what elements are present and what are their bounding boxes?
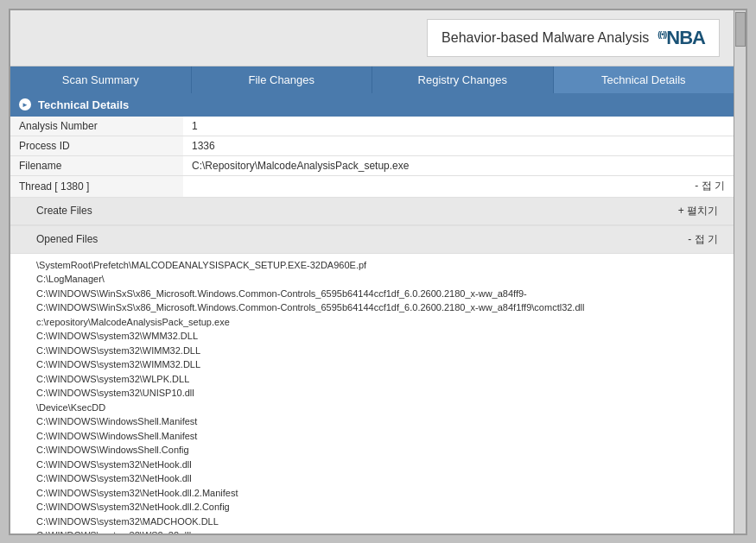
brand-box: Behavior-based Malware Analysis ((•))NBA — [427, 19, 720, 57]
main-window: Behavior-based Malware Analysis ((•))NBA… — [9, 9, 747, 535]
list-item: C:\WINDOWS\system32\UNISP10.dll — [36, 386, 725, 401]
list-item: C:\WINDOWS\WindowsShell.Manifest — [36, 429, 725, 444]
list-item: C:\WINDOWS\WindowsShell.Manifest — [36, 414, 725, 429]
tab-technical-details[interactable]: Technical Details — [554, 66, 734, 93]
list-item: C:\WINDOWS\system32\NetHook.dll — [36, 471, 725, 486]
list-item: C:\WINDOWS\system32\WS2_32.dll — [36, 528, 725, 534]
scrollbar-thumb[interactable] — [735, 12, 746, 47]
brand-title: Behavior-based Malware Analysis — [442, 30, 649, 46]
list-item: C:\WINDOWS\WinSxS\x86_Microsoft.Windows.… — [36, 287, 725, 301]
row-label: Filename — [10, 155, 183, 175]
row-label: Analysis Number — [10, 117, 183, 136]
list-item: C:\WINDOWS\system32\NetHook.dll.2.Config — [36, 500, 725, 515]
list-item: C:\WINDOWS\WinSxS\x86_Microsoft.Windows.… — [36, 300, 725, 315]
header: Behavior-based Malware Analysis ((•))NBA — [10, 10, 746, 66]
tab-scan-summary[interactable]: Scan Summary — [10, 66, 192, 93]
brand-logo: ((•))NBA — [658, 27, 705, 49]
create-files-title: Create Files — [36, 205, 671, 217]
row-value: C:\Repository\MalcodeAnalysisPack_setup.… — [183, 155, 734, 175]
tab-registry-changes[interactable]: Registry Changes — [372, 66, 554, 93]
create-files-section: Create Files + 펼치기 — [10, 198, 734, 226]
row-value: 1336 — [183, 136, 734, 155]
create-files-btn[interactable]: + 펼치기 — [671, 202, 725, 220]
opened-files-btn[interactable]: - 접 기 — [681, 230, 725, 249]
opened-files-header: Opened Files - 접 기 — [10, 226, 734, 254]
opened-files-section: Opened Files - 접 기 \SystemRoot\Prefetch\… — [10, 226, 734, 534]
list-item: C:\WINDOWS\system32\WIMM32.DLL — [36, 357, 725, 372]
list-item: C:\WINDOWS\system32\NetHook.dll — [36, 458, 725, 472]
section-title: Technical Details — [38, 98, 129, 111]
play-icon: ► — [19, 98, 31, 110]
list-item: c:\repository\MalcodeAnalysisPack_setup.… — [36, 315, 725, 330]
nav-tabs: Scan Summary File Changes Registry Chang… — [10, 66, 734, 93]
create-files-header: Create Files + 펼치기 — [10, 198, 734, 225]
table-row: Analysis Number 1 — [10, 117, 734, 136]
list-item: C:\LogManager\ — [36, 272, 725, 287]
list-item: \SystemRoot\Prefetch\MALCODEANALYSISPACK… — [36, 258, 725, 273]
file-list: \SystemRoot\Prefetch\MALCODEANALYSISPACK… — [10, 254, 734, 534]
row-label: Process ID — [10, 136, 183, 155]
table-row: Process ID 1336 — [10, 136, 734, 155]
section-header: ► Technical Details — [10, 93, 734, 117]
thread-label: Thread [ 1380 ] — [10, 176, 183, 197]
list-item: C:\WINDOWS\system32\NetHook.dll.2.Manife… — [36, 486, 725, 501]
list-item: C:\WINDOWS\system32\WMM32.DLL — [36, 329, 725, 344]
opened-files-title: Opened Files — [36, 233, 681, 245]
content-area: ► Technical Details Analysis Number 1 Pr… — [10, 93, 734, 534]
list-item: C:\WINDOWS\system32\MADCHOOK.DLL — [36, 515, 725, 529]
list-item: \Device\KsecDD — [36, 401, 725, 415]
list-item: C:\WINDOWS\system32\WLPK.DLL — [36, 372, 725, 387]
row-value: 1 — [183, 117, 734, 136]
list-item: C:\WINDOWS\WindowsShell.Config — [36, 443, 725, 458]
list-item: C:\WINDOWS\system32\WIMM32.DLL — [36, 344, 725, 358]
tab-file-changes[interactable]: File Changes — [192, 66, 373, 93]
thread-collapse-btn[interactable]: - 접 기 — [686, 176, 734, 196]
table-row: Filename C:\Repository\MalcodeAnalysisPa… — [10, 155, 734, 175]
scrollbar[interactable] — [734, 10, 746, 534]
thread-row: Thread [ 1380 ] - 접 기 — [10, 176, 734, 198]
info-table: Analysis Number 1 Process ID 1336 Filena… — [10, 117, 734, 176]
